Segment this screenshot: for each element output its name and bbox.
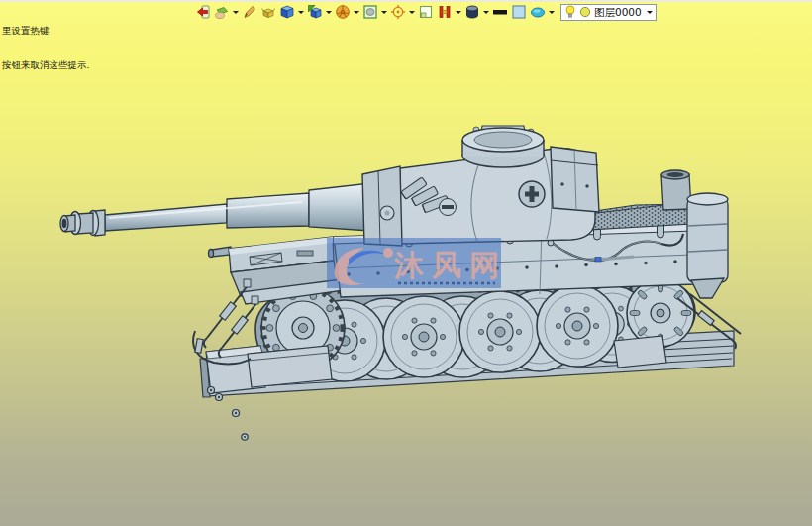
mantlet <box>362 166 402 246</box>
tank-model: 沐风网 <box>0 0 812 526</box>
watermark-overlay: 沐风网 <box>327 238 507 288</box>
turret-side-port <box>519 181 545 207</box>
gun-barrel <box>60 183 370 236</box>
bow-mg <box>212 247 231 257</box>
viewport-3d[interactable]: 沐风网 <box>0 0 812 526</box>
stowage-bin <box>551 147 599 212</box>
muzzle-brake <box>60 210 105 236</box>
watermark-text: 沐风网 <box>393 248 507 282</box>
turret <box>362 126 599 246</box>
commander-cupola <box>462 126 544 167</box>
air-filter <box>687 193 728 298</box>
